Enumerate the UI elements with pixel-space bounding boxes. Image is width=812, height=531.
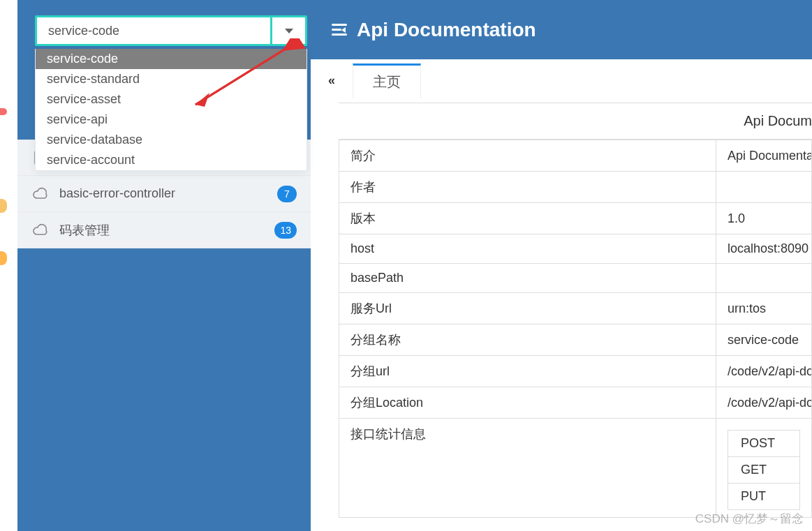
- select-option-service-api[interactable]: service-api: [36, 110, 307, 130]
- select-toggle-button[interactable]: [270, 17, 305, 44]
- info-key: 版本: [339, 203, 716, 234]
- gutter-marker-red: [0, 108, 7, 115]
- info-key: basePath: [339, 264, 716, 293]
- table-row: 作者: [339, 172, 812, 203]
- select-option-service-asset[interactable]: service-asset: [36, 89, 307, 110]
- info-value: [716, 264, 812, 293]
- info-value: urn:tos: [716, 293, 812, 324]
- select-option-service-database[interactable]: service-database: [36, 130, 307, 150]
- info-key: 作者: [339, 172, 716, 203]
- table-row: 分组名称service-code: [339, 324, 812, 356]
- info-value: Api Documentation: [716, 140, 812, 172]
- info-value: /code/v2/api-docs: [716, 387, 812, 419]
- chevron-double-left-icon: «: [328, 73, 335, 88]
- table-row: hostlocalhost:8090: [339, 234, 812, 264]
- main-content: « 主页 Api Docum 简介Api Documentation 作者 版本…: [311, 59, 812, 531]
- gutter-marker-orange-1: [0, 199, 7, 213]
- service-select-dropdown: service-code service-standard service-as…: [35, 49, 307, 171]
- info-key: 分组Location: [339, 387, 716, 419]
- info-key: 简介: [339, 140, 716, 172]
- info-value: service-code: [716, 324, 812, 356]
- info-key: host: [339, 234, 716, 264]
- gutter-marker-orange-2: [0, 251, 7, 265]
- info-value: POST GET PUT: [716, 419, 812, 518]
- table-row: 简介Api Documentation: [339, 140, 812, 172]
- tab-bar: « 主页: [311, 59, 812, 103]
- table-row-stats: 接口统计信息 POST GET PUT: [339, 419, 812, 518]
- table-row: basePath: [339, 264, 812, 293]
- info-key: 分组url: [339, 356, 716, 387]
- cloud-api-icon: [30, 222, 51, 239]
- sidebar-item-label: 码表管理: [59, 222, 110, 239]
- select-option-service-code[interactable]: service-code: [36, 49, 307, 69]
- doc-title: Api Docum: [339, 103, 812, 140]
- tab-home[interactable]: 主页: [353, 63, 421, 98]
- info-value: 1.0: [716, 203, 812, 234]
- info-value: [716, 172, 812, 203]
- service-select[interactable]: service-code: [35, 15, 307, 46]
- header: Api Documentation: [311, 0, 812, 59]
- info-value: /code/v2/api-docs: [716, 356, 812, 387]
- api-info-table: 简介Api Documentation 作者 版本1.0 hostlocalho…: [339, 140, 812, 518]
- method-item: POST: [728, 431, 799, 457]
- http-method-list: POST GET PUT: [728, 430, 800, 510]
- sidebar-badge: 13: [274, 222, 297, 239]
- select-option-service-account[interactable]: service-account: [36, 150, 307, 170]
- sidebar-badge: 7: [277, 186, 297, 202]
- tabs-collapse-button[interactable]: «: [318, 67, 346, 95]
- sidebar-item-code-table[interactable]: 码表管理 13: [17, 212, 311, 248]
- menu-toggle-icon[interactable]: [332, 24, 347, 36]
- sidebar-item-basic-error[interactable]: basic-error-controller 7: [17, 176, 311, 212]
- method-item: GET: [728, 457, 799, 484]
- host-gutter: [0, 0, 17, 531]
- cloud-api-icon: [30, 186, 51, 202]
- info-value: localhost:8090: [716, 234, 812, 264]
- method-item: PUT: [728, 484, 799, 509]
- info-key: 接口统计信息: [339, 419, 716, 518]
- table-row: 服务Urlurn:tos: [339, 293, 812, 324]
- page-title: Api Documentation: [357, 19, 536, 41]
- tab-label: 主页: [373, 74, 401, 89]
- chevron-down-icon: [285, 29, 293, 33]
- table-row: 分组url/code/v2/api-docs: [339, 356, 812, 387]
- select-value: service-code: [37, 24, 270, 38]
- info-key: 分组名称: [339, 324, 716, 356]
- info-key: 服务Url: [339, 293, 716, 324]
- sidebar-item-label: basic-error-controller: [59, 186, 175, 201]
- table-row: 分组Location/code/v2/api-docs: [339, 387, 812, 419]
- select-option-service-standard[interactable]: service-standard: [36, 69, 307, 89]
- table-row: 版本1.0: [339, 203, 812, 234]
